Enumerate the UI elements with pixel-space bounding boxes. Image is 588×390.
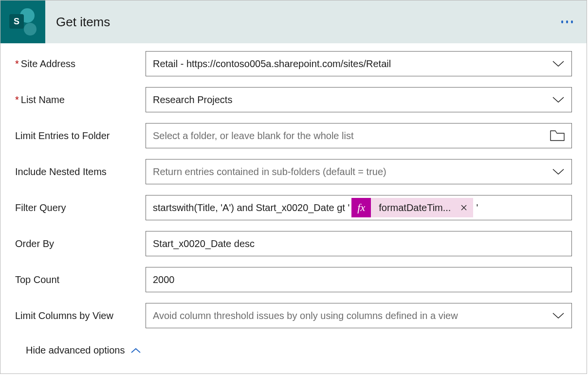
chevron-down-icon (552, 312, 565, 319)
order-by-input[interactable]: Start_x0020_Date desc (146, 231, 572, 256)
row-filter-query: Filter Query startswith(Title, 'A') and … (15, 195, 572, 220)
label-limit-folder: Limit Entries to Folder (15, 130, 146, 142)
ellipsis-icon (561, 20, 563, 23)
hide-advanced-options-toggle[interactable]: Hide advanced options (15, 339, 572, 370)
list-name-dropdown[interactable]: Research Projects (146, 87, 572, 112)
chevron-up-icon (130, 348, 141, 354)
limit-columns-dropdown[interactable]: Avoid column threshold issues by only us… (146, 303, 572, 328)
chevron-down-icon (552, 60, 565, 67)
expression-token-label: formatDateTim... (371, 202, 459, 213)
label-include-nested: Include Nested Items (15, 166, 146, 177)
row-list-name: *List Name Research Projects (15, 87, 572, 112)
site-address-dropdown[interactable]: Retail - https://contoso005a.sharepoint.… (146, 51, 572, 76)
chevron-down-icon (552, 168, 565, 175)
filter-query-input[interactable]: startswith(Title, 'A') and Start_x0020_D… (146, 195, 572, 220)
fx-icon: fx (351, 198, 371, 217)
list-name-value: Research Projects (153, 94, 547, 106)
site-address-value: Retail - https://contoso005a.sharepoint.… (153, 58, 547, 70)
label-limit-columns: Limit Columns by View (15, 310, 146, 321)
limit-folder-placeholder: Select a folder, or leave blank for the … (153, 130, 545, 142)
action-header[interactable]: S Get items (0, 0, 587, 43)
label-order-by: Order By (15, 238, 146, 249)
action-card: S Get items *Site Address Retail - https… (0, 0, 587, 374)
form-body: *Site Address Retail - https://contoso00… (0, 43, 587, 373)
required-star: * (15, 94, 19, 105)
row-limit-columns: Limit Columns by View Avoid column thres… (15, 303, 572, 328)
sharepoint-logo-letter: S (9, 14, 24, 29)
row-limit-folder: Limit Entries to Folder Select a folder,… (15, 123, 572, 148)
limit-folder-input[interactable]: Select a folder, or leave blank for the … (146, 123, 572, 148)
filter-query-text-prefix: startswith(Title, 'A') and Start_x0020_D… (153, 202, 349, 213)
label-filter-query: Filter Query (15, 202, 146, 213)
filter-query-text-suffix: ' (476, 202, 478, 213)
advanced-options-label: Hide advanced options (26, 345, 125, 356)
label-list-name: *List Name (15, 94, 146, 106)
expression-token[interactable]: fx formatDateTim... (351, 198, 473, 217)
include-nested-placeholder: Return entries contained in sub-folders … (153, 166, 547, 177)
folder-picker-icon[interactable] (550, 130, 565, 141)
row-order-by: Order By Start_x0020_Date desc (15, 231, 572, 256)
top-count-input[interactable]: 2000 (146, 267, 572, 292)
label-top-count: Top Count (15, 274, 146, 285)
order-by-value: Start_x0020_Date desc (153, 238, 565, 249)
remove-token-button[interactable] (459, 202, 469, 213)
top-count-value: 2000 (153, 274, 565, 285)
sharepoint-logo: S (0, 0, 45, 43)
required-star: * (15, 58, 19, 69)
row-site-address: *Site Address Retail - https://contoso00… (15, 51, 572, 76)
more-options-button[interactable] (561, 20, 587, 23)
row-include-nested: Include Nested Items Return entries cont… (15, 159, 572, 184)
label-site-address: *Site Address (15, 58, 146, 70)
chevron-down-icon (552, 96, 565, 103)
row-top-count: Top Count 2000 (15, 267, 572, 292)
action-title: Get items (45, 15, 561, 30)
include-nested-dropdown[interactable]: Return entries contained in sub-folders … (146, 159, 572, 184)
limit-columns-placeholder: Avoid column threshold issues by only us… (153, 310, 547, 321)
